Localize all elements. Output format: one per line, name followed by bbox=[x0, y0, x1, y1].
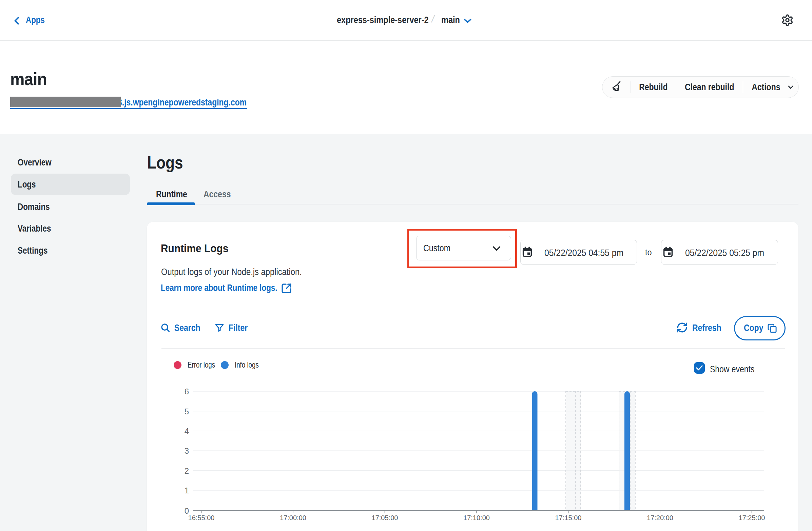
svg-text:3: 3 bbox=[185, 446, 189, 455]
svg-text:17:20:00: 17:20:00 bbox=[647, 514, 673, 521]
svg-text:1: 1 bbox=[185, 486, 189, 495]
svg-text:2: 2 bbox=[185, 466, 189, 475]
svg-text:5: 5 bbox=[185, 407, 189, 416]
svg-text:6: 6 bbox=[185, 387, 189, 396]
svg-text:4: 4 bbox=[185, 427, 189, 436]
svg-text:17:15:00: 17:15:00 bbox=[555, 514, 582, 521]
svg-text:17:05:00: 17:05:00 bbox=[372, 514, 398, 521]
svg-text:17:25:00: 17:25:00 bbox=[739, 514, 765, 521]
svg-text:17:10:00: 17:10:00 bbox=[463, 514, 490, 521]
svg-text:16:55:00: 16:55:00 bbox=[188, 514, 215, 521]
svg-text:17:00:00: 17:00:00 bbox=[280, 514, 306, 521]
